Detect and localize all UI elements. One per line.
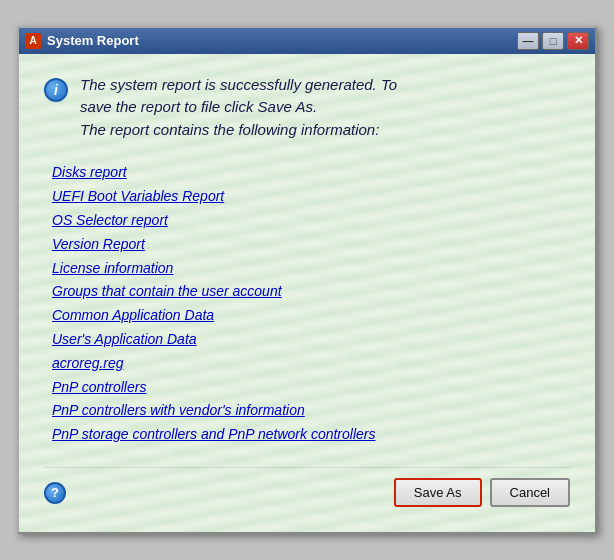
report-link-7[interactable]: User's Application Data [52,328,570,352]
restore-button[interactable]: □ [542,32,564,50]
message-text: The system report is successfully genera… [80,74,397,142]
message-section: i The system report is successfully gene… [44,74,570,142]
cancel-button[interactable]: Cancel [490,478,570,507]
title-bar-left: A System Report [25,33,139,49]
report-link-3[interactable]: Version Report [52,233,570,257]
window-title: System Report [47,33,139,48]
system-report-window: A System Report — □ ✕ i The system repor… [17,26,597,534]
minimize-button[interactable]: — [517,32,539,50]
report-link-11[interactable]: PnP storage controllers and PnP network … [52,423,570,447]
links-section: Disks reportUEFI Boot Variables ReportOS… [52,161,570,447]
report-link-10[interactable]: PnP controllers with vendor's informatio… [52,399,570,423]
report-link-2[interactable]: OS Selector report [52,209,570,233]
save-as-button[interactable]: Save As [394,478,482,507]
footer-buttons: Save As Cancel [394,478,570,507]
close-button[interactable]: ✕ [567,32,589,50]
content-area: i The system report is successfully gene… [19,54,595,532]
title-bar-controls: — □ ✕ [517,32,589,50]
report-link-0[interactable]: Disks report [52,161,570,185]
title-bar: A System Report — □ ✕ [19,28,595,54]
report-link-6[interactable]: Common Application Data [52,304,570,328]
app-icon: A [25,33,41,49]
info-icon: i [44,78,68,102]
footer: ? Save As Cancel [44,467,570,512]
report-link-9[interactable]: PnP controllers [52,376,570,400]
report-link-4[interactable]: License information [52,257,570,281]
report-link-5[interactable]: Groups that contain the user account [52,280,570,304]
report-link-1[interactable]: UEFI Boot Variables Report [52,185,570,209]
report-link-8[interactable]: acroreg.reg [52,352,570,376]
help-button[interactable]: ? [44,482,66,504]
